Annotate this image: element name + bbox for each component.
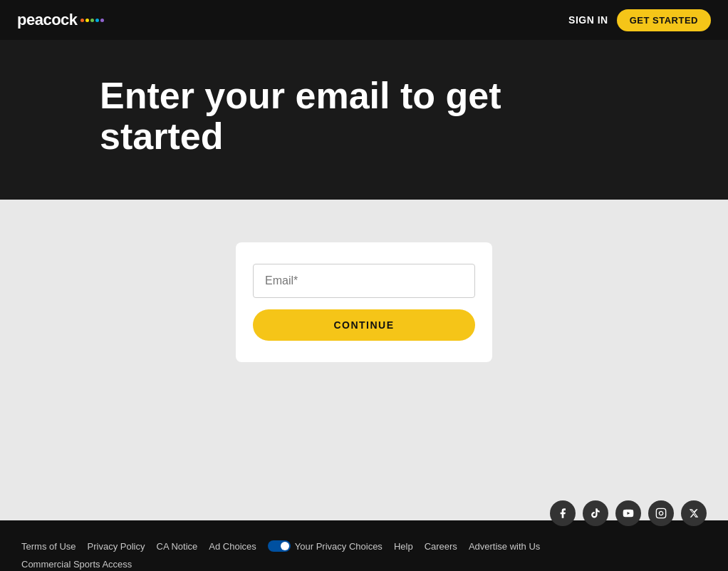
hero-title: Enter your email to get started xyxy=(100,76,527,157)
header-buttons: SIGN IN GET STARTED xyxy=(568,9,711,31)
get-started-button[interactable]: GET STARTED xyxy=(617,9,711,31)
form-card: CONTINUE xyxy=(236,242,492,362)
toggle-knob xyxy=(281,542,289,550)
instagram-icon[interactable] xyxy=(648,500,674,526)
tiktok-icon[interactable] xyxy=(583,500,608,526)
twitter-x-icon[interactable] xyxy=(681,500,707,526)
logo-dots xyxy=(80,19,104,22)
logo-dot-yellow xyxy=(85,19,89,22)
hero-section: Enter your email to get started xyxy=(0,40,728,200)
footer-link-careers[interactable]: Careers xyxy=(425,541,457,552)
logo-text: peacock xyxy=(17,11,78,29)
logo-dot-orange xyxy=(80,19,84,22)
svg-rect-1 xyxy=(656,509,665,518)
footer-link-help[interactable]: Help xyxy=(394,541,413,552)
footer-secondary-links: Commercial Sports Access xyxy=(21,557,707,570)
footer: Terms of Use Privacy Policy CA Notice Ad… xyxy=(0,520,728,571)
social-icons xyxy=(550,500,707,526)
email-input[interactable] xyxy=(253,264,475,298)
sign-in-button[interactable]: SIGN IN xyxy=(568,14,608,26)
youtube-icon[interactable] xyxy=(615,500,641,526)
logo-dot-purple xyxy=(100,19,104,22)
continue-button[interactable]: CONTINUE xyxy=(253,309,475,341)
footer-link-privacy[interactable]: Privacy Policy xyxy=(88,541,145,552)
privacy-toggle-icon xyxy=(268,540,291,552)
footer-link-advertise[interactable]: Advertise with Us xyxy=(469,541,540,552)
footer-link-ca-notice[interactable]: CA Notice xyxy=(157,541,198,552)
logo: peacock xyxy=(17,11,104,29)
footer-link-ad-choices[interactable]: Ad Choices xyxy=(209,541,256,552)
footer-link-privacy-choices[interactable]: Your Privacy Choices xyxy=(268,540,383,552)
main-content: CONTINUE xyxy=(0,200,728,520)
facebook-icon[interactable] xyxy=(550,500,576,526)
logo-dot-green xyxy=(90,19,94,22)
footer-link-terms[interactable]: Terms of Use xyxy=(21,541,76,552)
footer-link-commercial-sports[interactable]: Commercial Sports Access xyxy=(21,559,132,570)
logo-dot-blue xyxy=(95,19,99,22)
header: peacock SIGN IN GET STARTED xyxy=(0,0,728,40)
footer-links: Terms of Use Privacy Policy CA Notice Ad… xyxy=(21,540,707,552)
